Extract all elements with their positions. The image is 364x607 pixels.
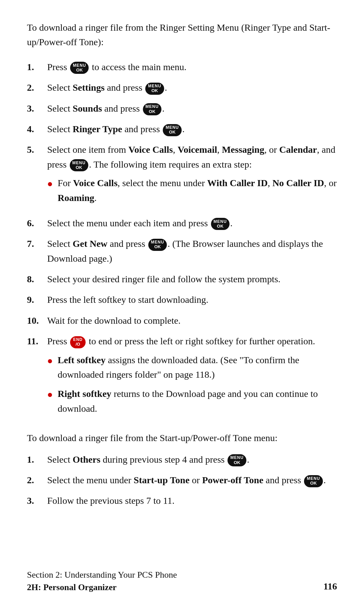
- step-9-body: Press the left softkey to start download…: [47, 292, 337, 307]
- step-4: 4. Select Ringer Type and press MENUOK.: [27, 122, 337, 136]
- s2-step-1-num: 1.: [27, 452, 47, 467]
- step-8-body: Select your desired ringer file and foll…: [47, 272, 337, 286]
- menu-ok-btn-2: MENUOK: [145, 83, 164, 95]
- step-11-subbullets: ● Left softkey assigns the downloaded da…: [47, 353, 337, 416]
- section2-steps-list: 1. Select Others during previous step 4 …: [27, 452, 337, 508]
- s2-step-3-body: Follow the previous steps 7 to 11.: [47, 493, 337, 508]
- step-10: 10. Wait for the download to complete.: [27, 313, 337, 328]
- step-4-bold: Ringer Type: [72, 124, 122, 134]
- menu-ok-btn-5: MENUOK: [70, 159, 88, 171]
- s2-step-1-body: Select Others during previous step 4 and…: [47, 452, 337, 467]
- step-5: 5. Select one item from Voice Calls, Voi…: [27, 142, 337, 210]
- step-3-body: Select Sounds and press MENUOK.: [47, 101, 337, 116]
- end-btn-11: END/O: [70, 336, 86, 348]
- step-2-num: 2.: [27, 80, 47, 95]
- s2-step-2-bold1: Start-up Tone: [134, 475, 190, 485]
- step-3-bold: Sounds: [72, 103, 102, 114]
- s2-step-1: 1. Select Others during previous step 4 …: [27, 452, 337, 467]
- footer-page-number: 116: [324, 579, 337, 594]
- s2-step-2: 2. Select the menu under Start-up Tone o…: [27, 473, 337, 487]
- menu-ok-btn-4: MENUOK: [163, 124, 181, 136]
- step-6: 6. Select the menu under each item and p…: [27, 216, 337, 230]
- step-7: 7. Select Get New and press MENUOK. (The…: [27, 236, 337, 266]
- step-5-bullet-1-text: For Voice Calls, select the menu under W…: [58, 176, 337, 205]
- step-11: 11. Press END/O to end or press the left…: [27, 334, 337, 421]
- footer-section-name: Section 2: Understanding Your PCS Phone: [27, 569, 177, 581]
- step-10-num: 10.: [27, 313, 47, 328]
- intro-text: To download a ringer file from the Ringe…: [27, 20, 337, 50]
- s2-step-3-num: 3.: [27, 493, 47, 508]
- step-7-bold: Get New: [72, 238, 107, 249]
- step-5-calendar: Calendar: [279, 144, 317, 155]
- step-2-body: Select Settings and press MENUOK.: [47, 80, 337, 95]
- step-2: 2. Select Settings and press MENUOK.: [27, 80, 337, 95]
- step-6-num: 6.: [27, 216, 47, 230]
- section2-intro: To download a ringer file from the Start…: [27, 431, 337, 445]
- menu-ok-btn-s2-2: MENUOK: [304, 475, 323, 487]
- step-11-body: Press END/O to end or press the left or …: [47, 334, 337, 421]
- step-1-num: 1.: [27, 60, 47, 74]
- menu-ok-btn-1: MENUOK: [70, 62, 89, 74]
- s2-step-2-body: Select the menu under Start-up Tone or P…: [47, 473, 337, 487]
- s2-step-2-num: 2.: [27, 473, 47, 487]
- step-11-bullet-2: ● Right softkey returns to the Download …: [47, 386, 337, 416]
- step-10-body: Wait for the download to complete.: [47, 313, 337, 328]
- step-9-num: 9.: [27, 292, 47, 307]
- main-steps-list: 1. Press MENUOK to access the main menu.…: [27, 60, 337, 421]
- bullet-dot-11-1: ●: [47, 353, 53, 368]
- menu-ok-btn-6: MENUOK: [211, 218, 230, 230]
- s2-step-1-bold: Others: [72, 454, 100, 465]
- bullet-dot-1: ●: [47, 176, 53, 191]
- step-6-body: Select the menu under each item and pres…: [47, 216, 337, 230]
- step-1-body: Press MENUOK to access the main menu.: [47, 60, 337, 74]
- step-5-messaging: Messaging: [222, 144, 264, 155]
- step-5-voice-calls: Voice Calls: [128, 144, 173, 155]
- menu-ok-btn-7: MENUOK: [148, 239, 167, 251]
- menu-ok-btn-s2-1: MENUOK: [228, 454, 246, 466]
- menu-ok-btn-3: MENUOK: [143, 103, 161, 115]
- footer-section-sub: 2H: Personal Organizer: [27, 581, 177, 594]
- page-footer: Section 2: Understanding Your PCS Phone …: [27, 569, 337, 594]
- footer-left: Section 2: Understanding Your PCS Phone …: [27, 569, 177, 594]
- s2-step-3: 3. Follow the previous steps 7 to 11.: [27, 493, 337, 508]
- step-8: 8. Select your desired ringer file and f…: [27, 272, 337, 286]
- step-2-bold: Settings: [72, 82, 104, 93]
- step-11-num: 11.: [27, 334, 47, 348]
- step-7-num: 7.: [27, 236, 47, 251]
- step-5-voicemail: Voicemail: [178, 144, 217, 155]
- page-content: To download a ringer file from the Ringe…: [0, 0, 364, 559]
- step-11-bullet-1-text: Left softkey assigns the downloaded data…: [58, 353, 337, 382]
- step-11-bullet-2-text: Right softkey returns to the Download pa…: [58, 386, 337, 416]
- bullet-dot-11-2: ●: [47, 387, 53, 402]
- step-11-bullet-1: ● Left softkey assigns the downloaded da…: [47, 353, 337, 382]
- step-3-num: 3.: [27, 101, 47, 116]
- step-4-num: 4.: [27, 122, 47, 136]
- step-7-body: Select Get New and press MENUOK. (The Br…: [47, 236, 337, 266]
- step-8-num: 8.: [27, 272, 47, 286]
- step-1: 1. Press MENUOK to access the main menu.: [27, 60, 337, 74]
- step-5-num: 5.: [27, 142, 47, 157]
- s2-step-2-bold2: Power-off Tone: [202, 475, 264, 485]
- step-5-bullet-1: ● For Voice Calls, select the menu under…: [47, 176, 337, 205]
- step-5-subbullets: ● For Voice Calls, select the menu under…: [47, 176, 337, 205]
- step-9: 9. Press the left softkey to start downl…: [27, 292, 337, 307]
- step-3: 3. Select Sounds and press MENUOK.: [27, 101, 337, 116]
- step-5-body: Select one item from Voice Calls, Voicem…: [47, 142, 337, 210]
- step-4-body: Select Ringer Type and press MENUOK.: [47, 122, 337, 136]
